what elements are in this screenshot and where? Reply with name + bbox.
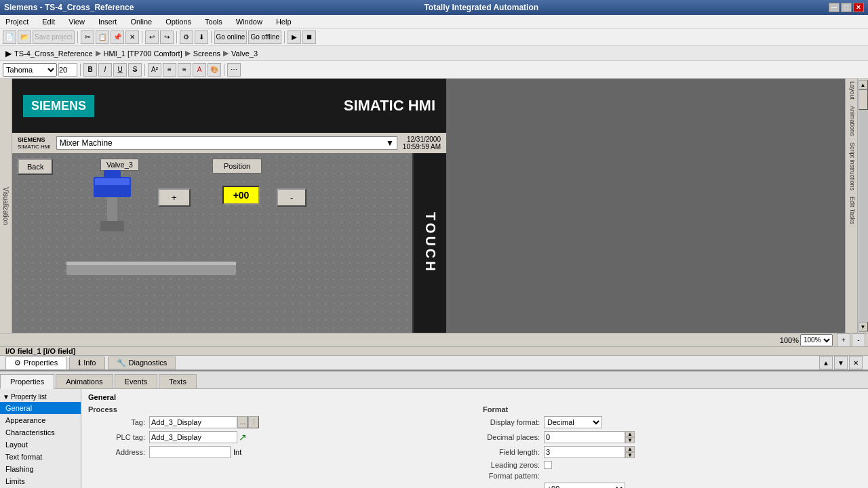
toolbar-open[interactable]: 📂 — [18, 30, 31, 44]
prop-tab-events[interactable]: Events — [115, 374, 158, 388]
toolbar-compile[interactable]: ⚙ — [180, 30, 193, 44]
zoom-out-button[interactable]: - — [852, 333, 865, 347]
strikethrough-button[interactable]: S — [128, 63, 142, 77]
toolbar-new[interactable]: 📄 — [3, 30, 16, 44]
plc-tag-input[interactable] — [149, 431, 237, 443]
toolbar-go-online[interactable]: Go online — [214, 30, 248, 44]
format-pattern-row: Format pattern: — [483, 472, 861, 480]
bold-button[interactable]: B — [83, 63, 97, 77]
zoom-select[interactable]: 100% 75% 150% — [800, 334, 833, 346]
sidebar-item-flashing[interactable]: Flashing — [0, 463, 81, 475]
sidebar-item-characteristics[interactable]: Characteristics — [0, 426, 81, 439]
field-length-row: Field length: ▲ ▼ — [483, 446, 861, 458]
toolbar-save[interactable]: Save project — [33, 30, 75, 44]
align-center-button[interactable]: ≡ — [178, 63, 191, 77]
prop-arrow-down[interactable]: ▼ — [834, 356, 848, 369]
toolbar-start[interactable]: ▶ — [288, 30, 301, 44]
bc-item-3[interactable]: Screens — [193, 49, 220, 58]
minus-button[interactable]: - — [277, 188, 307, 207]
prop-tab-properties[interactable]: Properties — [0, 374, 54, 389]
back-button[interactable]: Back — [18, 159, 53, 175]
tab-diagnostics[interactable]: 🔧 Diagnostics — [108, 357, 176, 369]
tab-properties[interactable]: ⚙ Properties — [5, 357, 66, 369]
toolbar-stop[interactable]: ⏹ — [302, 30, 316, 44]
scroll-up-button[interactable]: ▲ — [859, 80, 868, 89]
mixer-dropdown[interactable]: Mixer Machine ▼ — [56, 136, 397, 150]
tab-info[interactable]: ℹ Info — [69, 357, 104, 369]
superscript-button[interactable]: A² — [148, 63, 161, 77]
decimal-up-button[interactable]: ▲ — [625, 431, 635, 437]
display-format-select[interactable]: Decimal Hexadecimal Binary — [544, 416, 602, 428]
underline-button[interactable]: U — [113, 63, 127, 77]
font-size-input[interactable] — [58, 63, 77, 77]
field-length-label: Field length: — [483, 448, 544, 456]
toolbar-copy[interactable]: 📋 — [96, 30, 109, 44]
plc-link-icon[interactable]: ↗ — [239, 432, 247, 443]
bc-item-4[interactable]: Valve_3 — [231, 49, 258, 58]
field-length-input[interactable] — [544, 446, 625, 458]
prop-arrow-up[interactable]: ▲ — [819, 356, 833, 369]
menu-window[interactable]: Window — [233, 16, 265, 27]
menu-tools[interactable]: Tools — [202, 16, 225, 27]
format-pattern-select[interactable]: ±99 — [544, 483, 625, 488]
plus-button[interactable]: + — [158, 188, 191, 207]
siemens-logo: SIEMENS — [23, 95, 94, 117]
menu-project[interactable]: Project — [3, 16, 31, 27]
minimize-button[interactable]: — — [829, 3, 840, 12]
edit-tasks-label[interactable]: Edit Tasks — [846, 194, 857, 228]
menu-edit[interactable]: Edit — [39, 16, 58, 27]
tag-browse-button[interactable]: … — [237, 416, 248, 428]
menu-insert[interactable]: Insert — [96, 16, 120, 27]
toolbar-undo[interactable]: ↩ — [145, 30, 159, 44]
sidebar-item-limits[interactable]: Limits — [0, 475, 81, 487]
toolbar-cut[interactable]: ✂ — [81, 30, 94, 44]
font-color-button[interactable]: A — [193, 63, 206, 77]
maximize-button[interactable]: □ — [841, 3, 852, 12]
prop-close[interactable]: ✕ — [849, 356, 863, 369]
zoom-in-button[interactable]: + — [837, 333, 850, 347]
menu-online[interactable]: Online — [127, 16, 155, 27]
sidebar-item-layout[interactable]: Layout — [0, 439, 81, 451]
toolbar-go-offline[interactable]: Go offline — [248, 30, 281, 44]
decimal-places-input[interactable] — [544, 431, 625, 443]
plc-tag-label: PLC tag: — [88, 433, 149, 441]
font-select[interactable]: Tahoma — [3, 63, 57, 77]
animations-label[interactable]: Animations — [846, 103, 857, 140]
sidebar-item-appearance[interactable]: Appearance — [0, 414, 81, 426]
decimal-down-button[interactable]: ▼ — [625, 437, 635, 443]
scroll-thumb[interactable] — [859, 89, 868, 110]
scroll-down-button[interactable]: ▼ — [859, 322, 868, 331]
leading-zeros-row: Leading zeros: — [483, 461, 861, 469]
menu-view[interactable]: View — [66, 16, 87, 27]
more-fmt[interactable]: ⋯ — [227, 63, 241, 77]
bc-item-1[interactable]: TS-4_Cross_Reference — [14, 49, 93, 58]
toolbar-delete[interactable]: ✕ — [125, 30, 139, 44]
menu-options[interactable]: Options — [163, 16, 194, 27]
toolbar-download[interactable]: ⬇ — [195, 30, 208, 44]
align-left-button[interactable]: ≡ — [163, 63, 176, 77]
toolbar-redo[interactable]: ↪ — [160, 30, 174, 44]
tag-browse-button2[interactable]: ⋮ — [248, 416, 259, 428]
layout-label[interactable]: Layout — [846, 79, 857, 103]
italic-button[interactable]: I — [98, 63, 112, 77]
bg-color-button[interactable]: 🎨 — [208, 63, 221, 77]
bc-item-2[interactable]: HMI_1 [TP700 Comfort] — [104, 49, 182, 58]
svg-rect-3 — [95, 178, 130, 185]
leading-zeros-checkbox[interactable] — [544, 461, 552, 469]
menu-help[interactable]: Help — [273, 16, 294, 27]
io-display[interactable]: +00 — [222, 186, 260, 205]
prop-info-bar: ⚙ Properties ℹ Info 🔧 Diagnostics ▲ ▼ ✕ — [0, 356, 868, 370]
toolbar-paste[interactable]: 📌 — [111, 30, 124, 44]
sidebar-item-text-format[interactable]: Text format — [0, 451, 81, 463]
vertical-scrollbar[interactable]: ▲ ▼ — [857, 79, 868, 333]
field-length-up-button[interactable]: ▲ — [625, 446, 635, 452]
sidebar-item-general[interactable]: General — [0, 402, 81, 414]
script-instructions-label[interactable]: Script instructions — [846, 140, 857, 194]
tag-input[interactable] — [149, 416, 237, 428]
prop-tab-texts[interactable]: Texts — [159, 374, 197, 388]
field-length-down-button[interactable]: ▼ — [625, 452, 635, 458]
address-input[interactable] — [149, 446, 231, 458]
close-button[interactable]: ✕ — [853, 3, 864, 12]
prop-tab-animations[interactable]: Animations — [56, 374, 113, 388]
leading-zeros-label: Leading zeros: — [483, 461, 544, 469]
